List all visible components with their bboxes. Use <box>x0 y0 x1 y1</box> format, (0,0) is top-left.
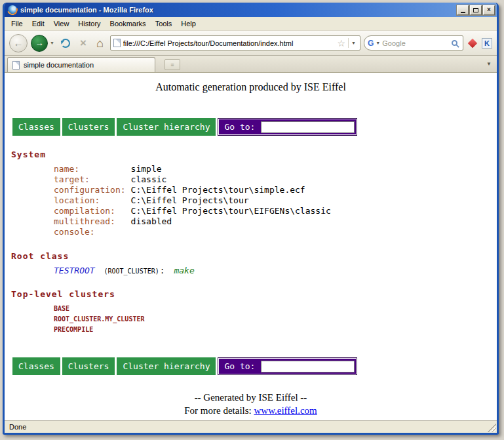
tab-favicon <box>12 61 20 70</box>
close-icon: × <box>487 7 491 13</box>
goto-label-bottom: Go to: <box>224 361 255 371</box>
close-button[interactable]: × <box>483 5 495 15</box>
system-row-label: target: <box>54 174 126 185</box>
root-class-link[interactable]: TESTROOT <box>54 266 95 275</box>
reload-button[interactable] <box>61 39 70 48</box>
menu-tools[interactable]: Tools <box>151 18 177 30</box>
firefox-window: simple documentation - Mozilla Firefox ×… <box>3 3 499 435</box>
details-label: For more details: <box>184 405 251 416</box>
search-input[interactable] <box>382 39 450 47</box>
generated-by-text: -- Generated by ISE Eiffel -- <box>5 392 497 403</box>
goto-input-bottom[interactable] <box>261 361 355 372</box>
minimize-icon <box>461 12 465 13</box>
google-icon: G <box>368 39 374 47</box>
tab-label: simple documentation <box>24 61 94 69</box>
maximize-icon <box>473 8 478 12</box>
creation-feature-link[interactable]: make <box>174 266 194 275</box>
url-dropdown[interactable]: ▼ <box>348 38 357 48</box>
titlebar[interactable]: simple documentation - Mozilla Firefox × <box>5 3 497 17</box>
cluster-item-root-cluster[interactable]: ROOT_CLUSTER.MY_CLUSTER <box>54 314 497 325</box>
system-heading: System <box>11 150 497 159</box>
forward-icon: → <box>35 39 44 47</box>
menu-bookmarks[interactable]: Bookmarks <box>106 18 151 30</box>
stop-button[interactable]: × <box>77 37 90 49</box>
list-all-tabs-button[interactable]: ▼ <box>484 60 494 68</box>
doc-footer: -- Generated by ISE Eiffel -- For more d… <box>5 392 497 416</box>
system-table: name: simple target: classic configurati… <box>54 164 331 237</box>
eiffel-link[interactable]: www.eiffel.com <box>254 405 317 416</box>
menu-edit[interactable]: Edit <box>28 18 49 30</box>
home-button[interactable]: ⌂ <box>93 37 107 49</box>
table-row: location: C:\Eiffel Projects\tour <box>54 195 331 206</box>
window-controls: × <box>457 5 495 15</box>
menu-history[interactable]: History <box>73 18 105 30</box>
system-row-label: configuration: <box>54 185 126 195</box>
forward-button[interactable]: → <box>31 35 48 52</box>
addon-icon-red[interactable] <box>468 38 477 47</box>
maximize-button[interactable] <box>470 5 482 15</box>
tab-simple-documentation[interactable]: simple documentation <box>7 57 155 72</box>
status-bar: Done <box>5 420 497 433</box>
history-dropdown[interactable]: ▼ <box>50 41 54 45</box>
new-tab-button[interactable]: ≡ <box>165 59 180 70</box>
firefox-icon <box>8 5 17 14</box>
table-row: target: classic <box>54 174 331 185</box>
search-box: G ▼ <box>364 35 463 50</box>
clusters-button-top[interactable]: Clusters <box>62 118 115 136</box>
menu-help[interactable]: Help <box>176 18 201 30</box>
table-row: console: <box>54 227 331 237</box>
system-row-value <box>126 227 331 237</box>
root-cluster-ref: (ROOT_CLUSTER) <box>104 268 159 275</box>
system-row-value: simple <box>126 164 331 174</box>
cluster-item-precompile[interactable]: PRECOMPILE <box>54 325 497 335</box>
url-input[interactable] <box>123 39 335 47</box>
table-row: configuration: C:\Eiffel Projects\tour\s… <box>54 185 331 195</box>
table-row: multithread: disabled <box>54 216 331 227</box>
system-row-label: name: <box>54 164 126 174</box>
site-identity-icon[interactable] <box>113 39 121 47</box>
details-line: For more details: www.eiffel.com <box>5 405 497 416</box>
status-text: Done <box>9 423 26 431</box>
classes-button-bottom[interactable]: Classes <box>12 357 60 375</box>
system-row-label: location: <box>54 195 126 206</box>
menubar: File Edit View History Bookmarks Tools H… <box>5 17 497 31</box>
bookmark-star-icon[interactable]: ☆ <box>338 39 346 48</box>
table-row: name: simple <box>54 164 331 174</box>
page-title: Automatic generation produced by ISE Eif… <box>5 81 497 93</box>
cluster-item-base[interactable]: BASE <box>54 304 497 314</box>
doc-navbar-top: Classes Clusters Cluster hierarchy Go to… <box>12 118 497 136</box>
cluster-hierarchy-button-bottom[interactable]: Cluster hierarchy <box>117 357 216 375</box>
system-row-value: disabled <box>126 216 331 227</box>
system-row-label: console: <box>54 227 126 237</box>
nav-toolbar: ← → ▼ × ⌂ ☆ ▼ G ▼ K <box>5 31 497 56</box>
doc-navbar-bottom: Classes Clusters Cluster hierarchy Go to… <box>12 357 497 375</box>
system-row-label: multithread: <box>54 216 126 227</box>
system-row-label: compilation: <box>54 206 126 216</box>
root-class-line: TESTROOT (ROOT_CLUSTER): make <box>54 266 497 275</box>
page-content: Automatic generation produced by ISE Eif… <box>5 73 497 420</box>
addon-icon-k[interactable]: K <box>482 38 492 49</box>
tab-strip: simple documentation ≡ ▼ <box>5 56 497 73</box>
goto-section-bottom: Go to: <box>218 357 357 375</box>
cluster-hierarchy-button-top[interactable]: Cluster hierarchy <box>117 118 216 136</box>
url-bar: ☆ ▼ <box>110 35 360 50</box>
resize-grip[interactable] <box>488 424 496 432</box>
menu-view[interactable]: View <box>49 18 74 30</box>
system-row-value: C:\Eiffel Projects\tour\EIFGENs\classic <box>126 206 331 216</box>
search-go-icon[interactable] <box>452 40 457 46</box>
system-row-value: C:\Eiffel Projects\tour <box>126 195 331 206</box>
root-colon: : <box>160 266 165 275</box>
search-engine-dropdown[interactable]: ▼ <box>376 41 380 45</box>
goto-input-top[interactable] <box>261 121 355 133</box>
back-button[interactable]: ← <box>9 34 28 52</box>
menu-file[interactable]: File <box>7 18 28 30</box>
clusters-heading: Top-level clusters <box>11 289 497 299</box>
back-icon: ← <box>14 38 24 48</box>
goto-section-top: Go to: <box>218 118 357 136</box>
cluster-list: BASE ROOT_CLUSTER.MY_CLUSTER PRECOMPILE <box>54 304 497 335</box>
clusters-button-bottom[interactable]: Clusters <box>62 357 115 375</box>
minimize-button[interactable] <box>457 5 469 15</box>
table-row: compilation: C:\Eiffel Projects\tour\EIF… <box>54 206 331 216</box>
classes-button-top[interactable]: Classes <box>12 118 60 136</box>
root-class-heading: Root class <box>11 251 497 261</box>
